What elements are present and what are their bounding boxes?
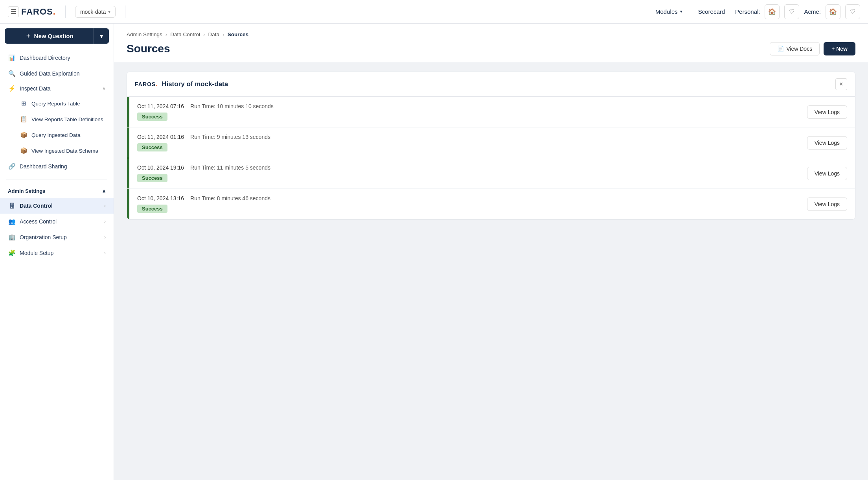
- sidebar-item-data-control[interactable]: 🗄 Data Control ›: [0, 198, 114, 214]
- sidebar-item-label: Dashboard Sharing: [20, 163, 106, 170]
- history-runtime: Run Time: 8 minutes 46 seconds: [190, 195, 270, 201]
- reports-table-icon: 📋: [20, 115, 28, 123]
- view-logs-button[interactable]: View Logs: [807, 105, 847, 119]
- acme-label: Acme:: [804, 8, 821, 15]
- content-area: FAROS. History of mock-data × Oct 11, 20…: [114, 62, 868, 229]
- ingested-data-icon: 📦: [20, 131, 28, 139]
- history-header: FAROS. History of mock-data ×: [127, 72, 855, 97]
- history-meta: Oct 11, 2024 07:16 Run Time: 10 minutes …: [137, 103, 791, 109]
- topnav: ☰ FAROS. mock-data ▾ Modules ▾ Scorecard…: [0, 0, 868, 24]
- modules-button[interactable]: Modules ▾: [650, 6, 688, 17]
- new-button[interactable]: + New: [824, 42, 855, 55]
- sharing-icon: 🔗: [8, 162, 16, 170]
- history-action: View Logs: [799, 198, 855, 211]
- status-badge: Success: [137, 143, 167, 151]
- history-entry: Oct 10, 2024 13:16 Run Time: 8 minutes 4…: [127, 189, 855, 219]
- personal-home-icon[interactable]: 🏠: [765, 4, 780, 19]
- new-question-button[interactable]: ＋ New Question: [5, 28, 94, 44]
- sidebar-item-dashboard-sharing[interactable]: 🔗 Dashboard Sharing: [0, 159, 114, 174]
- dropdown-arrow-icon: ▼: [99, 33, 104, 39]
- view-logs-button[interactable]: View Logs: [807, 136, 847, 150]
- sidebar-item-label: Guided Data Exploration: [20, 70, 106, 77]
- sidebar-item-label: Inspect Data: [20, 85, 98, 92]
- history-date: Oct 11, 2024 01:16: [137, 134, 184, 140]
- history-panel: FAROS. History of mock-data × Oct 11, 20…: [127, 72, 855, 220]
- history-date: Oct 10, 2024 19:16: [137, 164, 184, 171]
- sidebar-item-access-control[interactable]: 👥 Access Control ›: [0, 214, 114, 229]
- history-entry: Oct 11, 2024 07:16 Run Time: 10 minutes …: [127, 97, 855, 127]
- admin-settings-header[interactable]: Admin Settings ∧: [0, 183, 114, 196]
- sidebar-item-query-ingested-data[interactable]: 📦 Query Ingested Data: [0, 127, 114, 143]
- breadcrumb-sep-2: ›: [203, 31, 205, 37]
- history-meta: Oct 10, 2024 13:16 Run Time: 8 minutes 4…: [137, 195, 791, 201]
- personal-label: Personal:: [735, 8, 760, 15]
- plus-icon: ＋: [25, 32, 31, 40]
- sidebar-item-inspect-data[interactable]: ⚡ Inspect Data ∧: [0, 81, 114, 96]
- modules-label: Modules: [655, 8, 678, 15]
- sidebar-item-view-ingested-data-schema[interactable]: 📦 View Ingested Data Schema: [0, 143, 114, 159]
- history-runtime: Run Time: 9 minutes 13 seconds: [190, 134, 270, 140]
- new-question-bar: ＋ New Question ▼: [5, 28, 109, 44]
- breadcrumb-sep-1: ›: [166, 31, 167, 37]
- sidebar-item-label: Data Control: [20, 203, 100, 209]
- inspect-data-icon: ⚡: [8, 85, 16, 92]
- ingested-schema-icon: 📦: [20, 147, 28, 155]
- topnav-right: Modules ▾ Scorecard Personal: 🏠 ♡ Acme: …: [650, 4, 860, 19]
- sidebar: ＋ New Question ▼ 📊 Dashboard Directory 🔍…: [0, 24, 114, 480]
- history-date: Oct 10, 2024 13:16: [137, 195, 184, 201]
- chevron-right-icon: ›: [104, 234, 106, 240]
- sidebar-item-query-reports-table[interactable]: ⊞ Query Reports Table: [0, 96, 114, 111]
- sidebar-item-guided-data-exploration[interactable]: 🔍 Guided Data Exploration: [0, 66, 114, 81]
- sidebar-item-label: Module Setup: [20, 250, 100, 256]
- acme-heart-icon[interactable]: ♡: [845, 4, 860, 19]
- logo-area: ☰ FAROS.: [8, 6, 56, 17]
- view-docs-button[interactable]: 📄 View Docs: [770, 42, 820, 55]
- data-control-icon: 🗄: [8, 202, 16, 210]
- history-body: Oct 10, 2024 19:16 Run Time: 11 minutes …: [129, 158, 799, 188]
- logo: FAROS.: [21, 7, 56, 17]
- sidebar-item-label: View Reports Table Definitions: [31, 116, 106, 122]
- history-action: View Logs: [799, 167, 855, 180]
- page-title: Sources: [127, 42, 170, 55]
- workspace-selector[interactable]: mock-data ▾: [75, 6, 116, 18]
- sidebar-item-view-reports-table-definitions[interactable]: 📋 View Reports Table Definitions: [0, 111, 114, 127]
- chevron-right-icon: ›: [104, 203, 106, 209]
- chevron-down-icon: ▾: [108, 9, 110, 15]
- personal-heart-icon[interactable]: ♡: [784, 4, 799, 19]
- sidebar-item-module-setup[interactable]: 🧩 Module Setup ›: [0, 245, 114, 261]
- sidebar-divider: [6, 179, 107, 179]
- breadcrumb-sep-3: ›: [223, 31, 224, 37]
- history-body: Oct 11, 2024 01:16 Run Time: 9 minutes 1…: [129, 127, 799, 158]
- layout: ＋ New Question ▼ 📊 Dashboard Directory 🔍…: [0, 24, 868, 480]
- history-title: FAROS. History of mock-data: [135, 80, 228, 88]
- view-logs-button[interactable]: View Logs: [807, 198, 847, 211]
- sidebar-toggle[interactable]: ☰: [8, 6, 19, 17]
- new-label: + New: [831, 46, 848, 52]
- view-logs-button[interactable]: View Logs: [807, 167, 847, 180]
- close-button[interactable]: ×: [835, 78, 847, 90]
- history-title-text: History of mock-data: [162, 80, 228, 88]
- org-setup-icon: 🏢: [8, 233, 16, 241]
- admin-settings-label: Admin Settings: [8, 188, 45, 194]
- history-entry: Oct 10, 2024 19:16 Run Time: 11 minutes …: [127, 158, 855, 189]
- breadcrumb-admin-settings[interactable]: Admin Settings: [127, 31, 162, 37]
- workspace-name: mock-data: [80, 9, 106, 15]
- nav-divider-2: [125, 6, 125, 18]
- chevron-right-icon: ›: [104, 250, 106, 256]
- access-control-icon: 👥: [8, 218, 16, 225]
- scorecard-button[interactable]: Scorecard: [693, 6, 730, 17]
- new-question-label: New Question: [34, 33, 74, 39]
- breadcrumb-data-control[interactable]: Data Control: [170, 31, 200, 37]
- sidebar-item-dashboard-directory[interactable]: 📊 Dashboard Directory: [0, 50, 114, 66]
- history-action: View Logs: [799, 105, 855, 119]
- new-question-dropdown-button[interactable]: ▼: [94, 28, 109, 44]
- view-docs-label: View Docs: [786, 46, 812, 52]
- sidebar-item-label: Query Reports Table: [31, 101, 106, 107]
- page-actions: 📄 View Docs + New: [770, 42, 855, 55]
- breadcrumb-data[interactable]: Data: [208, 31, 220, 37]
- chevron-right-icon: ›: [104, 219, 106, 224]
- chevron-up-icon: ∧: [102, 86, 106, 91]
- chevron-down-icon: ▾: [680, 9, 682, 14]
- acme-home-icon[interactable]: 🏠: [826, 4, 840, 19]
- sidebar-item-organization-setup[interactable]: 🏢 Organization Setup ›: [0, 229, 114, 245]
